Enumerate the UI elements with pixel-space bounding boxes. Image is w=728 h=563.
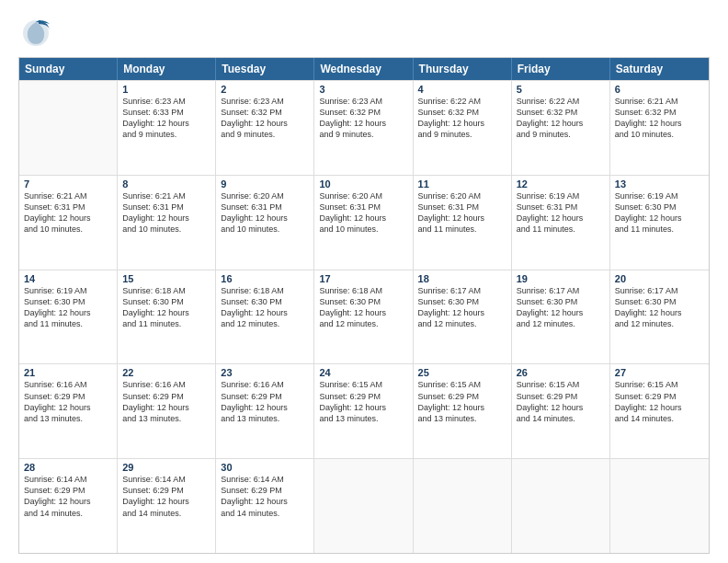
day-info-10: Sunrise: 6:20 AM Sunset: 6:31 PM Dayligh… [319,190,407,236]
day-cell-25: 25Sunrise: 6:15 AM Sunset: 6:29 PM Dayli… [414,364,512,458]
day-info-9: Sunrise: 6:20 AM Sunset: 6:31 PM Dayligh… [221,190,309,236]
day-info-2: Sunrise: 6:23 AM Sunset: 6:32 PM Dayligh… [221,96,309,141]
day-info-24: Sunrise: 6:15 AM Sunset: 6:29 PM Dayligh… [319,379,407,424]
calendar-header: Sunday Monday Tuesday Wednesday Thursday… [19,58,709,80]
day-number-14: 14 [24,273,112,284]
day-cell-17: 17Sunrise: 6:18 AM Sunset: 6:30 PM Dayli… [314,270,413,364]
day-info-16: Sunrise: 6:18 AM Sunset: 6:30 PM Dayligh… [221,285,309,330]
empty-cell-w4-d5 [512,459,610,553]
day-cell-2: 2Sunrise: 6:23 AM Sunset: 6:32 PM Daylig… [216,81,314,175]
day-cell-22: 22Sunrise: 6:16 AM Sunset: 6:29 PM Dayli… [118,364,216,458]
day-info-21: Sunrise: 6:16 AM Sunset: 6:29 PM Dayligh… [24,379,112,424]
header-wednesday: Wednesday [314,58,413,80]
day-cell-10: 10Sunrise: 6:20 AM Sunset: 6:31 PM Dayli… [314,176,413,270]
week-row-5: 28Sunrise: 6:14 AM Sunset: 6:29 PM Dayli… [19,458,709,553]
day-number-9: 9 [221,178,309,190]
day-info-6: Sunrise: 6:21 AM Sunset: 6:32 PM Dayligh… [615,96,704,141]
day-info-8: Sunrise: 6:21 AM Sunset: 6:31 PM Dayligh… [122,190,210,236]
day-info-11: Sunrise: 6:20 AM Sunset: 6:31 PM Dayligh… [418,190,506,236]
day-cell-12: 12Sunrise: 6:19 AM Sunset: 6:31 PM Dayli… [512,176,610,270]
day-info-19: Sunrise: 6:17 AM Sunset: 6:30 PM Dayligh… [517,285,605,330]
day-number-22: 22 [122,367,210,378]
day-info-1: Sunrise: 6:23 AM Sunset: 6:33 PM Dayligh… [122,96,210,141]
day-number-4: 4 [418,84,506,95]
day-cell-16: 16Sunrise: 6:18 AM Sunset: 6:30 PM Dayli… [216,270,314,364]
day-info-18: Sunrise: 6:17 AM Sunset: 6:30 PM Dayligh… [418,285,506,330]
day-info-15: Sunrise: 6:18 AM Sunset: 6:30 PM Dayligh… [122,285,210,330]
day-number-24: 24 [319,367,407,378]
day-info-22: Sunrise: 6:16 AM Sunset: 6:29 PM Dayligh… [122,379,210,424]
day-number-29: 29 [122,462,210,473]
day-number-2: 2 [221,84,309,95]
day-cell-14: 14Sunrise: 6:19 AM Sunset: 6:30 PM Dayli… [19,270,118,364]
day-cell-1: 1Sunrise: 6:23 AM Sunset: 6:33 PM Daylig… [118,81,216,175]
generalblue-logo-icon [18,15,53,50]
day-number-30: 30 [221,462,309,473]
header-sunday: Sunday [19,58,118,80]
week-row-1: 1Sunrise: 6:23 AM Sunset: 6:33 PM Daylig… [19,80,709,175]
day-cell-7: 7Sunrise: 6:21 AM Sunset: 6:31 PM Daylig… [19,176,118,270]
day-cell-26: 26Sunrise: 6:15 AM Sunset: 6:29 PM Dayli… [512,364,610,458]
day-number-19: 19 [517,273,605,284]
empty-cell-w4-d4 [414,459,512,553]
day-info-17: Sunrise: 6:18 AM Sunset: 6:30 PM Dayligh… [319,285,407,330]
day-number-10: 10 [319,178,407,190]
day-info-4: Sunrise: 6:22 AM Sunset: 6:32 PM Dayligh… [418,96,506,141]
day-number-18: 18 [418,273,506,284]
header-saturday: Saturday [610,58,709,80]
header-friday: Friday [512,58,610,80]
empty-cell-w0-d0 [19,81,118,175]
day-cell-8: 8Sunrise: 6:21 AM Sunset: 6:31 PM Daylig… [118,176,216,270]
day-number-26: 26 [517,367,605,378]
empty-cell-w4-d6 [610,459,709,553]
header [18,15,710,50]
header-tuesday: Tuesday [216,58,314,80]
empty-cell-w4-d3 [314,459,413,553]
day-info-28: Sunrise: 6:14 AM Sunset: 6:29 PM Dayligh… [24,474,112,519]
day-number-3: 3 [319,84,407,95]
calendar-body: 1Sunrise: 6:23 AM Sunset: 6:33 PM Daylig… [19,80,709,553]
day-info-26: Sunrise: 6:15 AM Sunset: 6:29 PM Dayligh… [517,379,605,424]
day-cell-18: 18Sunrise: 6:17 AM Sunset: 6:30 PM Dayli… [414,270,512,364]
day-cell-3: 3Sunrise: 6:23 AM Sunset: 6:32 PM Daylig… [314,81,413,175]
week-row-4: 21Sunrise: 6:16 AM Sunset: 6:29 PM Dayli… [19,363,709,458]
day-number-5: 5 [517,84,605,95]
day-number-13: 13 [615,178,704,190]
day-info-29: Sunrise: 6:14 AM Sunset: 6:29 PM Dayligh… [122,474,210,519]
day-cell-28: 28Sunrise: 6:14 AM Sunset: 6:29 PM Dayli… [19,459,118,553]
day-cell-23: 23Sunrise: 6:16 AM Sunset: 6:29 PM Dayli… [216,364,314,458]
day-cell-13: 13Sunrise: 6:19 AM Sunset: 6:30 PM Dayli… [610,176,709,270]
day-info-20: Sunrise: 6:17 AM Sunset: 6:30 PM Dayligh… [615,285,704,330]
header-monday: Monday [118,58,216,80]
day-number-23: 23 [221,367,309,378]
day-number-15: 15 [122,273,210,284]
header-thursday: Thursday [414,58,512,80]
day-cell-21: 21Sunrise: 6:16 AM Sunset: 6:29 PM Dayli… [19,364,118,458]
day-number-6: 6 [615,84,704,95]
day-number-1: 1 [122,84,210,95]
day-cell-4: 4Sunrise: 6:22 AM Sunset: 6:32 PM Daylig… [414,81,512,175]
day-cell-11: 11Sunrise: 6:20 AM Sunset: 6:31 PM Dayli… [414,176,512,270]
day-info-5: Sunrise: 6:22 AM Sunset: 6:32 PM Dayligh… [517,96,605,141]
day-info-23: Sunrise: 6:16 AM Sunset: 6:29 PM Dayligh… [221,379,309,424]
day-number-7: 7 [24,178,112,190]
day-info-25: Sunrise: 6:15 AM Sunset: 6:29 PM Dayligh… [418,379,506,424]
day-info-7: Sunrise: 6:21 AM Sunset: 6:31 PM Dayligh… [24,190,112,236]
day-number-12: 12 [517,178,605,190]
day-cell-27: 27Sunrise: 6:15 AM Sunset: 6:29 PM Dayli… [610,364,709,458]
day-info-3: Sunrise: 6:23 AM Sunset: 6:32 PM Dayligh… [319,96,407,141]
day-info-12: Sunrise: 6:19 AM Sunset: 6:31 PM Dayligh… [517,190,605,236]
day-number-21: 21 [24,367,112,378]
day-number-16: 16 [221,273,309,284]
day-number-25: 25 [418,367,506,378]
day-info-27: Sunrise: 6:15 AM Sunset: 6:29 PM Dayligh… [615,379,704,424]
day-info-13: Sunrise: 6:19 AM Sunset: 6:30 PM Dayligh… [615,190,704,236]
day-cell-5: 5Sunrise: 6:22 AM Sunset: 6:32 PM Daylig… [512,81,610,175]
day-number-28: 28 [24,462,112,473]
day-cell-19: 19Sunrise: 6:17 AM Sunset: 6:30 PM Dayli… [512,270,610,364]
day-number-8: 8 [122,178,210,190]
day-number-17: 17 [319,273,407,284]
day-cell-24: 24Sunrise: 6:15 AM Sunset: 6:29 PM Dayli… [314,364,413,458]
calendar: Sunday Monday Tuesday Wednesday Thursday… [18,57,710,554]
day-number-11: 11 [418,178,506,190]
